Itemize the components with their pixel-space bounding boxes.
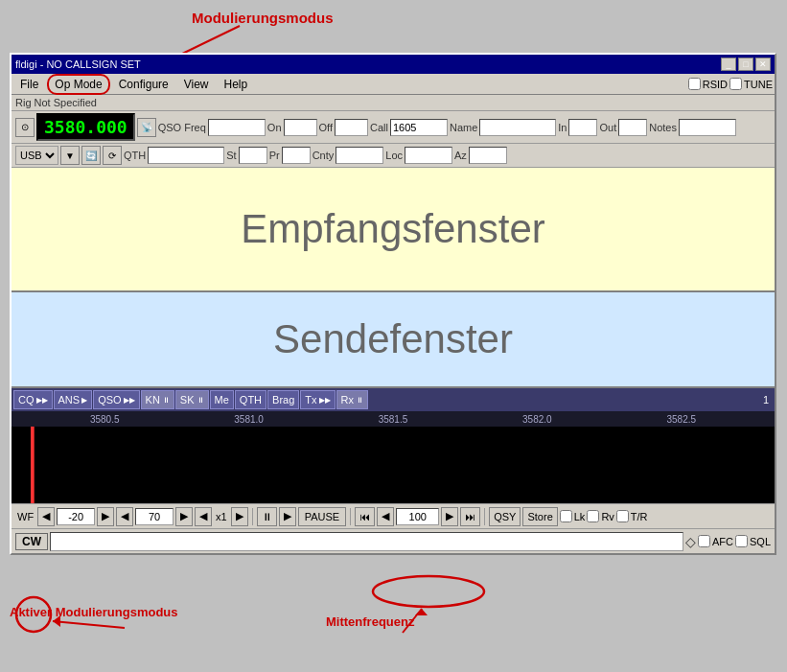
wf-gain-input[interactable]: [135, 508, 174, 525]
freq-icon-btn[interactable]: ⊙: [15, 118, 35, 137]
mode-select[interactable]: USB LSB CW FM: [15, 146, 58, 165]
cnty-label: Cnty: [312, 150, 335, 161]
menu-view[interactable]: View: [177, 75, 216, 94]
mode-icon2[interactable]: 🔄: [81, 146, 101, 165]
qso-freq-input[interactable]: [208, 119, 266, 136]
menu-file[interactable]: File: [13, 75, 45, 94]
out-input[interactable]: [618, 119, 647, 136]
in-field: In: [558, 119, 597, 136]
call-label: Call: [370, 122, 388, 133]
wf-fwd2-btn[interactable]: ⏭: [460, 507, 480, 526]
tune-checkbox[interactable]: [729, 78, 742, 90]
in-input[interactable]: [568, 119, 597, 136]
wf-gain-left-btn[interactable]: ◀: [116, 507, 133, 526]
wf-freq-input[interactable]: [396, 508, 439, 525]
st-input[interactable]: [239, 147, 267, 164]
on-field: On: [267, 119, 317, 136]
app-window: fldigi - NO CALLSIGN SET _ □ ✕ File Op M…: [10, 53, 776, 555]
wf-gain-right-btn[interactable]: ▶: [175, 507, 193, 526]
freq-display: 3580.000: [36, 113, 135, 141]
afc-label[interactable]: AFC: [698, 535, 733, 547]
tr-checkbox[interactable]: [616, 510, 629, 522]
tr-label[interactable]: T/R: [616, 510, 648, 522]
pr-input[interactable]: [282, 147, 311, 164]
close-button[interactable]: ✕: [755, 58, 771, 71]
wf-divider1: [252, 508, 253, 525]
wf-back2-btn[interactable]: ◀: [377, 507, 394, 526]
wf-play-btn[interactable]: ▶: [279, 507, 296, 526]
mode-icon3[interactable]: ⟳: [103, 146, 122, 165]
macro-brag[interactable]: Brag: [267, 390, 299, 409]
minimize-button[interactable]: _: [721, 58, 736, 71]
st-label: St: [226, 150, 236, 161]
macro-kn[interactable]: KN ⏸: [141, 390, 174, 409]
freq-mark-4: 3582.0: [522, 414, 552, 425]
lk-checkbox[interactable]: [560, 510, 572, 522]
macro-cq[interactable]: CQ ▶▶: [13, 390, 53, 409]
wf-zoom-right-btn[interactable]: ▶: [231, 507, 248, 526]
menu-opmode[interactable]: Op Mode: [47, 74, 109, 95]
off-input[interactable]: [335, 119, 368, 136]
send-window-label: Sendefenster: [273, 316, 513, 362]
macro-me[interactable]: Me: [210, 390, 234, 409]
rv-label[interactable]: Rv: [587, 510, 613, 522]
on-input[interactable]: [284, 119, 317, 136]
off-field: Off: [319, 119, 368, 136]
waterfall[interactable]: [12, 427, 775, 503]
modulierungsmodus-annotation: Modulierungsmodus: [192, 10, 334, 26]
status-input[interactable]: [50, 532, 683, 551]
wf-store-btn[interactable]: Store: [522, 507, 557, 526]
wf-fwd-btn[interactable]: ▶: [441, 507, 458, 526]
notes-input[interactable]: [679, 119, 736, 136]
receive-window: Empfangsfenster: [12, 168, 775, 292]
macro-row: CQ ▶▶ ANS ▶ QSO ▶▶ KN ⏸ SK ⏸ Me QTH Brag…: [12, 388, 775, 411]
freq-mark-5: 3582.5: [666, 414, 696, 425]
svg-point-3: [16, 597, 51, 632]
wf-play-left-btn[interactable]: ⏸: [257, 507, 277, 526]
svg-line-7: [403, 609, 422, 633]
mode-icon1[interactable]: ▼: [60, 146, 80, 165]
lk-label[interactable]: Lk: [560, 510, 586, 522]
menu-configure[interactable]: Configure: [112, 75, 175, 94]
macro-tx[interactable]: Tx ▶▶: [300, 390, 335, 409]
wf-pause-button[interactable]: PAUSE: [298, 507, 346, 526]
out-label: Out: [599, 122, 616, 133]
rv-checkbox[interactable]: [587, 510, 599, 522]
rig-label: Rig Not Specified: [15, 97, 97, 108]
send-window: Sendefenster: [12, 292, 775, 388]
wf-label: WF: [15, 511, 35, 522]
out-field: Out: [599, 119, 647, 136]
wf-qsy-btn[interactable]: QSY: [489, 507, 521, 526]
macro-rx[interactable]: Rx ⏸: [336, 390, 368, 409]
wf-db-input[interactable]: [57, 508, 95, 525]
afc-checkbox[interactable]: [698, 535, 710, 547]
wf-zoom-left-btn[interactable]: ◀: [195, 507, 212, 526]
rsid-checkbox[interactable]: [688, 78, 701, 90]
rsid-checkbox-label[interactable]: RSID: [688, 78, 728, 90]
wf-zoom-label: x1: [214, 511, 229, 522]
sql-checkbox[interactable]: [735, 535, 748, 547]
loc-input[interactable]: [405, 147, 452, 164]
freq-ruler: 3580.5 3581.0 3581.5 3582.0 3582.5: [12, 411, 775, 427]
antenna-icon-btn[interactable]: 📡: [137, 118, 156, 137]
cnty-input[interactable]: [336, 147, 383, 164]
az-input[interactable]: [469, 147, 507, 164]
sql-label[interactable]: SQL: [735, 535, 771, 547]
call-input[interactable]: [390, 119, 448, 136]
wf-right-btn[interactable]: ▶: [97, 507, 114, 526]
qso-row: ⊙ 3580.000 📡 QSO Freq On Off Call Name I…: [12, 111, 775, 144]
macro-qso[interactable]: QSO ▶▶: [93, 390, 139, 409]
freq-mark-3: 3581.5: [379, 414, 408, 425]
macro-qth[interactable]: QTH: [235, 390, 266, 409]
menu-help[interactable]: Help: [218, 75, 255, 94]
qth-input[interactable]: [148, 147, 224, 164]
tune-checkbox-label[interactable]: TUNE: [729, 78, 773, 90]
macro-sk[interactable]: SK ⏸: [175, 390, 209, 409]
wf-back-btn[interactable]: ⏮: [355, 507, 375, 526]
macro-ans[interactable]: ANS ▶: [54, 390, 93, 409]
maximize-button[interactable]: □: [738, 58, 753, 71]
diamond-icon: ◇: [685, 534, 696, 549]
wf-left-btn[interactable]: ◀: [37, 507, 55, 526]
name-input[interactable]: [479, 119, 556, 136]
az-label: Az: [454, 150, 467, 161]
